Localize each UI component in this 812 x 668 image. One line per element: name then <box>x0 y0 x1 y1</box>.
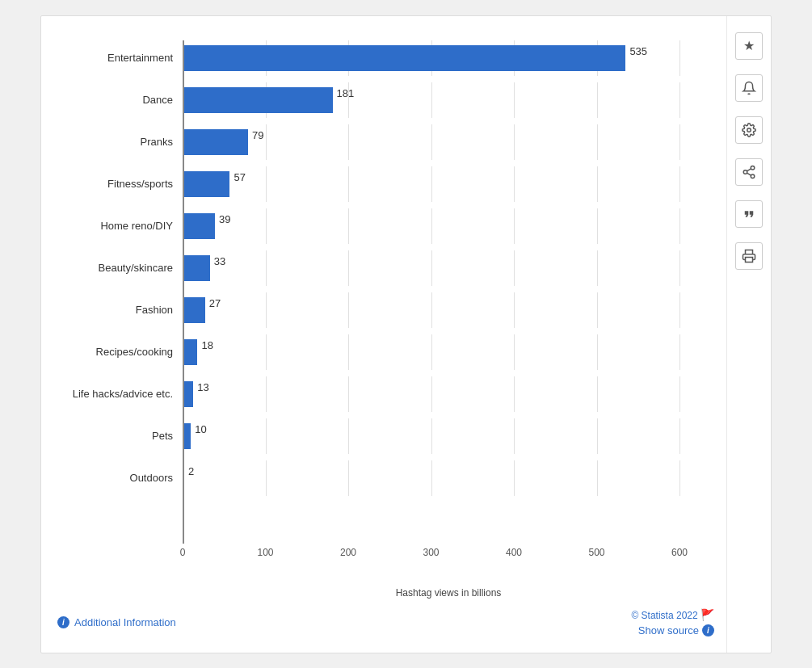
bar-fill: 79 <box>183 129 248 155</box>
bar-value-label: 10 <box>195 423 206 435</box>
bar-track: 57 <box>183 166 714 202</box>
bar-track: 10 <box>183 418 714 454</box>
x-axis-label: 300 <box>423 547 439 558</box>
x-axis-title: Hashtag views in billions <box>183 587 714 599</box>
bar-label: Fashion <box>57 304 183 316</box>
bar-label: Beauty/skincare <box>57 262 183 274</box>
footer-right: © Statista 2022 🚩 Show source i <box>631 608 714 636</box>
bar-value-label: 39 <box>219 213 230 225</box>
bar-value-label: 181 <box>337 87 355 99</box>
bar-track: 181 <box>183 82 714 118</box>
bar-fill: 57 <box>183 171 229 197</box>
x-axis-label: 0 <box>180 547 186 558</box>
bar-row: Dance181 <box>57 82 714 118</box>
bar-value-label: 33 <box>214 255 225 267</box>
bar-row: Pets10 <box>57 418 714 454</box>
bar-value-label: 79 <box>252 129 263 141</box>
additional-info-label: Additional Information <box>74 616 176 628</box>
svg-line-4 <box>747 173 751 175</box>
bar-track: 2 <box>183 460 714 496</box>
star-icon[interactable]: ★ <box>735 32 763 60</box>
svg-point-2 <box>743 170 747 174</box>
bar-label: Home reno/DIY <box>57 220 183 232</box>
bar-fill: 39 <box>183 213 215 239</box>
bar-value-label: 57 <box>234 171 245 183</box>
x-axis-label: 200 <box>340 547 356 558</box>
bar-row: Life hacks/advice etc.13 <box>57 376 714 412</box>
x-axis-label: 600 <box>671 547 688 558</box>
bar-row: Outdoors2 <box>57 460 714 496</box>
additional-info-button[interactable]: i Additional Information <box>57 616 176 628</box>
statista-credit: © Statista 2022 🚩 <box>631 608 714 621</box>
footer: i Additional Information © Statista 2022… <box>57 608 722 636</box>
bar-value-label: 13 <box>197 381 208 393</box>
share-icon[interactable] <box>735 158 763 186</box>
print-icon[interactable] <box>735 242 763 270</box>
svg-rect-6 <box>746 257 753 262</box>
bar-label: Recipes/cooking <box>57 346 183 358</box>
flag-icon: 🚩 <box>701 608 714 621</box>
show-source-button[interactable]: Show source i <box>638 624 714 636</box>
bar-label: Entertainment <box>57 52 183 64</box>
bar-track: 535 <box>183 40 714 76</box>
bar-label: Pets <box>57 430 183 442</box>
bar-row: Fashion27 <box>57 292 714 328</box>
bar-fill: 10 <box>183 423 191 449</box>
bar-fill: 13 <box>183 381 193 407</box>
chart-card: Entertainment535Dance181Pranks79Fitness/… <box>40 15 772 653</box>
bar-row: Home reno/DIY39 <box>57 208 714 244</box>
sidebar: ★ <box>726 16 771 653</box>
info-icon: i <box>57 616 69 628</box>
bar-track: 33 <box>183 250 714 286</box>
svg-point-1 <box>751 166 755 170</box>
bar-label: Pranks <box>57 136 183 148</box>
bar-value-label: 18 <box>201 339 212 351</box>
svg-point-3 <box>751 174 755 179</box>
svg-point-0 <box>747 128 751 132</box>
bar-row: Recipes/cooking18 <box>57 334 714 370</box>
bar-track: 79 <box>183 124 714 160</box>
bar-row: Beauty/skincare33 <box>57 250 714 286</box>
chart-area: Entertainment535Dance181Pranks79Fitness/… <box>57 32 722 599</box>
gear-icon[interactable] <box>735 116 763 144</box>
bar-row: Entertainment535 <box>57 40 714 76</box>
bar-value-label: 535 <box>629 45 647 57</box>
bar-label: Fitness/sports <box>57 178 183 190</box>
bar-fill: 535 <box>183 45 625 71</box>
bars-wrapper: Entertainment535Dance181Pranks79Fitness/… <box>57 40 714 544</box>
bar-row: Pranks79 <box>57 124 714 160</box>
bar-fill: 33 <box>183 255 210 281</box>
quote-icon[interactable] <box>735 200 763 228</box>
x-axis-label: 400 <box>506 547 522 558</box>
bar-fill: 181 <box>183 87 333 113</box>
chart-container: Entertainment535Dance181Pranks79Fitness/… <box>57 32 714 599</box>
bar-track: 39 <box>183 208 714 244</box>
bar-value-label: 2 <box>188 465 194 477</box>
x-axis-label: 500 <box>588 547 604 558</box>
bar-fill: 27 <box>183 297 205 323</box>
bar-value-label: 27 <box>209 297 221 309</box>
bar-label: Life hacks/advice etc. <box>57 388 183 400</box>
x-axis-label: 100 <box>257 547 273 558</box>
bar-track: 27 <box>183 292 714 328</box>
bar-row: Fitness/sports57 <box>57 166 714 202</box>
bar-label: Dance <box>57 94 183 106</box>
x-axis-labels: 0100200300400500600 <box>183 547 714 563</box>
source-info-icon: i <box>702 624 714 636</box>
bar-track: 13 <box>183 376 714 412</box>
svg-line-5 <box>747 168 751 170</box>
y-axis-line <box>183 40 184 544</box>
bar-fill: 18 <box>183 339 197 365</box>
bar-track: 18 <box>183 334 714 370</box>
bell-icon[interactable] <box>735 74 763 102</box>
bar-label: Outdoors <box>57 472 183 484</box>
